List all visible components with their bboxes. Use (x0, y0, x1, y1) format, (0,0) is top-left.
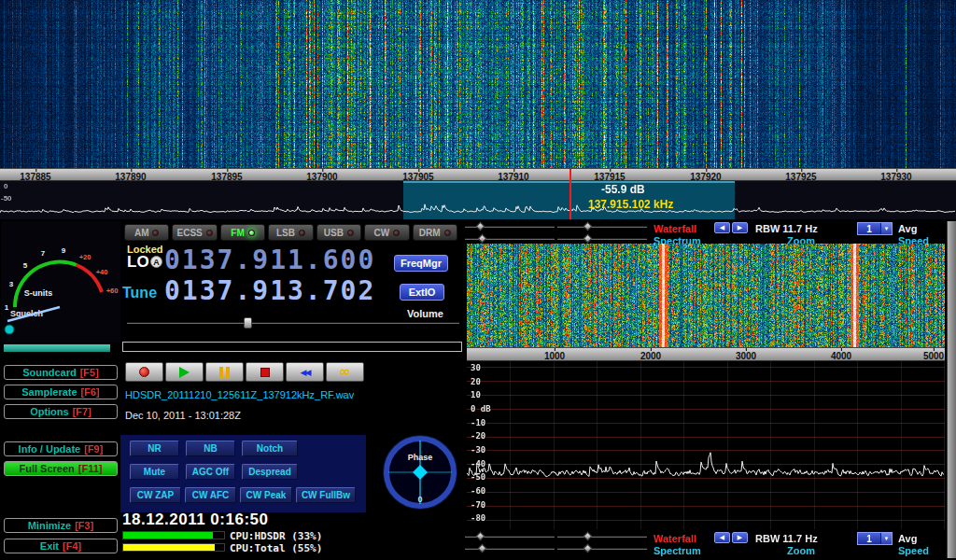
mode-fm-button[interactable]: FM (220, 224, 265, 241)
zoom-label-bottom: Zoom (787, 545, 815, 556)
spectrum-max-slider-bottom[interactable] (557, 544, 647, 553)
slider-thumb[interactable] (583, 234, 592, 244)
despread-button[interactable]: Despread (242, 464, 298, 480)
cw-fullbw-button[interactable]: CW FullBw (296, 487, 356, 503)
waterfall-min-slider-bottom[interactable] (465, 532, 555, 540)
fkey-label: [F3] (75, 520, 93, 531)
fkey-label: [F7] (73, 406, 91, 417)
mode-label: ECSS (177, 228, 203, 238)
mode-lsb-button[interactable]: LSB (268, 224, 313, 241)
slider-thumb[interactable] (476, 222, 485, 231)
db-axis-label: 20 (471, 377, 481, 386)
mode-button-row: AM ECSS FM LSB USB CW DRM (124, 224, 457, 242)
db-axis-label: -70 (471, 500, 485, 510)
s-meter-tick: 9 (62, 246, 66, 255)
notch-button[interactable]: Notch (242, 441, 298, 456)
mode-ecss-button[interactable]: ECSS (172, 224, 217, 241)
slider-thumb[interactable] (476, 532, 485, 541)
waterfall-min-slider[interactable] (465, 222, 555, 231)
tune-cursor-line[interactable] (569, 169, 571, 219)
squelch-level-bar[interactable] (4, 344, 110, 352)
button-label: Soundcard (22, 367, 76, 378)
mode-am-button[interactable]: AM (124, 224, 169, 241)
record-button[interactable] (125, 362, 163, 382)
phase-dial[interactable]: Phase 0 (382, 433, 458, 511)
strip-spectrum[interactable] (0, 181, 956, 219)
samplerate-button[interactable]: Samplerate[F6] (4, 385, 118, 399)
shift-right-button[interactable]: ▶ (732, 222, 748, 233)
mode-label: LSB (276, 228, 295, 238)
info-update-button[interactable]: Info / Update[F9] (4, 441, 118, 456)
shift-right-button-bottom[interactable]: ▶ (732, 532, 748, 543)
squelch-knob[interactable] (5, 325, 14, 334)
minimize-button[interactable]: Minimize[F3] (4, 518, 118, 533)
s-meter-tick: +60 (106, 287, 119, 295)
slider-thumb[interactable] (244, 317, 252, 329)
pause-button[interactable] (205, 362, 244, 382)
db-axis-label: -60 (471, 486, 485, 496)
s-units-label: S-units (24, 288, 53, 298)
shift-left-button-bottom[interactable]: ◀ (714, 532, 730, 543)
exit-button[interactable]: Exit[F4] (4, 539, 118, 553)
mode-led (444, 230, 451, 236)
right-spectrum[interactable] (467, 361, 945, 529)
hdsdr-app: 137885 137890 137895 137900 137905 13791… (0, 0, 956, 560)
volume-slider[interactable] (127, 318, 459, 327)
wf-ruler-label: 5000 (923, 351, 944, 361)
slider-thumb[interactable] (478, 544, 487, 553)
s-meter-tick: 7 (41, 249, 46, 258)
s-meter-tick: 1 (5, 303, 9, 312)
frequency-ruler[interactable]: 137885 137890 137895 137900 137905 13791… (0, 168, 956, 181)
mode-label: USB (324, 228, 344, 238)
stop-button[interactable] (246, 362, 284, 382)
lo-frequency-digits[interactable]: 0137.911.600 (164, 247, 375, 273)
nb-button[interactable]: NB (186, 441, 235, 456)
waterfall-max-slider-bottom[interactable] (557, 532, 647, 540)
button-label: Samplerate (21, 386, 77, 398)
cw-afc-button[interactable]: CW AFC (185, 487, 236, 503)
db-axis-label: -50 (471, 472, 485, 482)
freq-ruler-label: 137920 (690, 172, 721, 181)
mode-cw-button[interactable]: CW (364, 224, 409, 241)
slider-thumb[interactable] (583, 544, 592, 553)
slider-thumb[interactable] (478, 234, 487, 244)
fullscreen-button[interactable]: Full Screen[F11] (4, 461, 118, 476)
db-axis-label: -80 (471, 513, 485, 523)
agc-off-button[interactable]: AGC Off (186, 464, 235, 480)
mode-drm-button[interactable]: DRM (413, 224, 457, 241)
arrow-left-icon: ◀ (720, 224, 724, 231)
extio-button[interactable]: ExtIO (400, 284, 444, 301)
tune-frequency-digits[interactable]: 0137.913.702 (164, 278, 375, 304)
chevron-down-icon: ▼ (880, 533, 892, 544)
cw-zap-button[interactable]: CW ZAP (130, 487, 181, 503)
spectrum-max-slider[interactable] (557, 234, 647, 243)
spectrum-min-slider[interactable] (465, 234, 555, 243)
main-waterfall[interactable] (0, 0, 956, 168)
audio-frequency-ruler[interactable]: 1000 2000 3000 4000 5000 (467, 347, 945, 361)
loop-button[interactable]: ∞ (326, 362, 364, 382)
lo-auto-badge[interactable]: A (150, 256, 162, 268)
freqmgr-button[interactable]: FreqMgr (394, 255, 448, 272)
nr-button[interactable]: NR (130, 441, 179, 456)
avg-select-bottom[interactable]: 1 ▼ (857, 532, 893, 545)
slider-thumb[interactable] (583, 532, 592, 541)
lo-label: LO (127, 253, 149, 272)
slider-thumb[interactable] (583, 222, 592, 231)
soundcard-button[interactable]: Soundcard[F5] (4, 365, 118, 380)
phase-label: Phase (408, 453, 433, 462)
speed-label-bottom: Speed (898, 545, 929, 556)
spectrum-min-slider-bottom[interactable] (465, 544, 555, 553)
shift-left-button[interactable]: ◀ (714, 222, 730, 233)
play-button[interactable] (165, 362, 204, 382)
playback-position-bar[interactable] (122, 342, 462, 352)
mode-usb-button[interactable]: USB (316, 224, 361, 241)
waterfall-max-slider[interactable] (557, 222, 647, 231)
right-scroll-strip[interactable] (947, 221, 956, 558)
rewind-button[interactable]: ◀◀ (286, 362, 324, 382)
options-button[interactable]: Options[F7] (4, 404, 118, 419)
mute-button[interactable]: Mute (130, 464, 179, 480)
avg-select[interactable]: 1 ▼ (857, 222, 893, 235)
right-waterfall[interactable] (467, 244, 945, 347)
s-meter: 1 3 5 7 9 +20 +40 +60 S-units Squelch (1, 221, 120, 343)
cw-peak-button[interactable]: CW Peak (240, 487, 292, 503)
